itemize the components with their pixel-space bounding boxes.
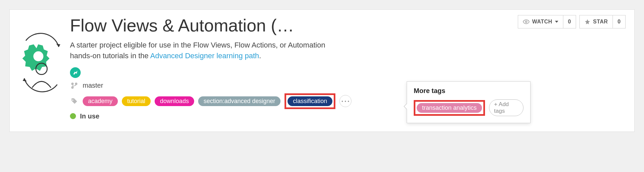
- star-button[interactable]: STAR: [580, 15, 613, 28]
- star-group: STAR 0: [579, 15, 626, 28]
- owner-avatar[interactable]: [70, 67, 81, 78]
- branch-icon: [70, 81, 79, 90]
- star-icon: [584, 19, 590, 25]
- tag-icon: [70, 97, 79, 105]
- project-title: Flow Views & Automation (…: [70, 16, 478, 36]
- tag-tutorial[interactable]: tutorial: [122, 96, 151, 106]
- tag-academy[interactable]: academy: [83, 96, 118, 106]
- watch-count[interactable]: 0: [563, 15, 576, 28]
- highlight-classification: classification: [285, 93, 335, 109]
- more-tags-button[interactable]: ● ● ●: [339, 95, 351, 107]
- eye-icon: [523, 19, 530, 24]
- bird-icon: [72, 70, 78, 76]
- owner-row: [70, 67, 478, 78]
- project-main: Flow Views & Automation (… A starter pro…: [70, 16, 626, 123]
- svg-point-3: [33, 51, 44, 61]
- description-text-suffix: .: [259, 52, 261, 60]
- popover-title: More tags: [414, 87, 524, 95]
- status-label: In use: [80, 112, 99, 120]
- tag-downloads[interactable]: downloads: [155, 96, 194, 106]
- watch-group: WATCH 0: [518, 15, 576, 28]
- status-indicator-icon: [70, 113, 76, 119]
- project-icon-column: [13, 16, 70, 123]
- chevron-down-icon: [555, 21, 558, 23]
- watch-button[interactable]: WATCH: [518, 15, 563, 28]
- project-icon: [16, 29, 67, 96]
- project-card: WATCH 0 STAR 0 Flow Views & Automation (…: [9, 9, 635, 132]
- action-bar: WATCH 0 STAR 0: [518, 15, 626, 28]
- tag-section[interactable]: section:advanced designer: [198, 96, 280, 106]
- star-label: STAR: [593, 19, 608, 25]
- add-tags-button[interactable]: + Add tags: [489, 99, 524, 116]
- highlight-transaction: transaction analytics: [414, 100, 485, 116]
- tag-transaction-analytics[interactable]: transaction analytics: [417, 103, 482, 113]
- star-count[interactable]: 0: [613, 15, 625, 28]
- tag-classification[interactable]: classification: [288, 96, 332, 106]
- svg-point-0: [525, 21, 527, 23]
- watch-label: WATCH: [532, 19, 552, 25]
- branch-name: master: [83, 82, 103, 89]
- learning-path-link[interactable]: Advanced Designer learning path: [150, 52, 259, 60]
- more-tags-popover: More tags transaction analytics + Add ta…: [407, 81, 531, 123]
- popover-tags-row: transaction analytics + Add tags: [414, 99, 524, 116]
- project-description: A starter project eligible for use in th…: [70, 40, 344, 61]
